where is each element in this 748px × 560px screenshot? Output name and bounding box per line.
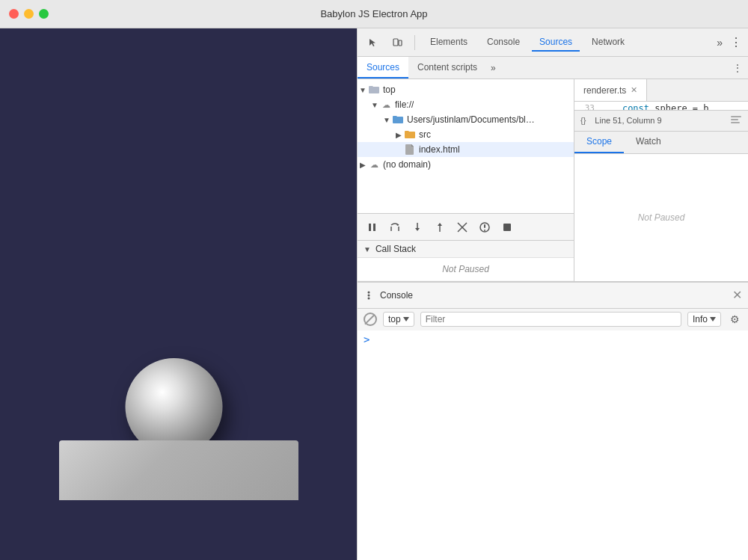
scope-watch-tabs: Scope Watch — [574, 132, 748, 154]
tree-item-nodomain[interactable]: ▶ ☁ (no domain) — [358, 157, 574, 172]
tab-sources-files[interactable]: Sources — [358, 57, 408, 79]
tab-content-scripts[interactable]: Content scripts — [408, 57, 486, 79]
more-tabs-icon[interactable]: » — [717, 37, 723, 49]
format-icon — [730, 114, 742, 126]
deactivate-breakpoints-button[interactable] — [453, 218, 471, 236]
device-icon[interactable] — [387, 33, 407, 52]
minimize-button[interactable] — [24, 9, 34, 19]
tab-network[interactable]: Network — [584, 34, 632, 52]
right-panel: renderer.ts ✕ 33 const sphere = b 34 — [574, 79, 748, 281]
console-clear-icon[interactable] — [364, 313, 377, 326]
tree-arrow-users: ▼ — [381, 114, 392, 125]
close-button[interactable] — [9, 9, 19, 19]
console-settings-icon[interactable]: ⚙ — [727, 312, 742, 327]
svg-rect-1 — [399, 40, 402, 46]
tree-item-file[interactable]: ▼ ☁ file:// — [358, 97, 574, 112]
cursor-icon[interactable] — [364, 33, 383, 52]
console-context-selector[interactable]: top — [383, 312, 414, 327]
svg-marker-23 — [403, 317, 409, 321]
context-dropdown-icon — [403, 317, 409, 321]
console-output: > — [358, 330, 748, 561]
level-dropdown-icon — [710, 317, 716, 321]
titlebar: Babylon JS Electron App — [0, 0, 748, 28]
scope-not-paused: Not Paused — [638, 212, 685, 223]
maximize-button[interactable] — [39, 9, 49, 19]
call-stack-content: Not Paused — [358, 258, 574, 280]
console-input-bar: top Info ⚙ — [358, 308, 748, 330]
tree-label-nodomain: (no domain) — [383, 159, 431, 170]
tree-label-file: file:// — [395, 99, 414, 110]
folder-icon-users — [392, 114, 404, 126]
call-stack-header[interactable]: ▼ Call Stack — [358, 241, 574, 258]
window-title: Babylon JS Electron App — [320, 8, 427, 19]
console-prompt[interactable]: > — [364, 333, 742, 345]
code-tabs: renderer.ts ✕ — [574, 79, 748, 102]
debug-toolbar — [358, 214, 574, 241]
tree-item-users[interactable]: ▼ Users/justinlam/Documents/bl… — [358, 112, 574, 127]
svg-rect-0 — [393, 39, 398, 46]
cloud-icon-file: ☁ — [380, 99, 392, 111]
tab-sources[interactable]: Sources — [532, 34, 580, 52]
folder-icon-src — [404, 129, 416, 141]
window-controls — [9, 9, 49, 19]
tree-item-index[interactable]: ▶ index.html — [358, 142, 574, 157]
call-stack-label: Call Stack — [375, 244, 416, 254]
sources-subtabs: Sources Content scripts » ⋮ — [358, 57, 748, 79]
code-statusbar: {} Line 51, Column 9 — [574, 110, 748, 131]
code-content: 33 const sphere = b 34 35 // Move the sp… — [574, 102, 748, 110]
svg-rect-2 — [369, 224, 371, 231]
toolbar-separator — [414, 35, 415, 50]
pause-button[interactable] — [364, 218, 381, 236]
tab-elements[interactable]: Elements — [423, 34, 475, 52]
step-into-button[interactable] — [408, 218, 426, 236]
step-over-button[interactable] — [386, 218, 404, 236]
bracket-icon: {} — [580, 116, 586, 125]
tree-arrow-top: ▼ — [358, 84, 368, 95]
code-editor: renderer.ts ✕ 33 const sphere = b 34 — [574, 79, 748, 132]
code-line-33: 33 const sphere = b — [574, 102, 748, 110]
sources-content: ▼ top ▼ ☁ file:// — [358, 79, 748, 281]
ground-platform — [59, 440, 298, 500]
svg-point-20 — [368, 291, 370, 293]
tab-console[interactable]: Console — [479, 34, 527, 52]
folder-icon-top — [368, 84, 380, 96]
debug-sections: ▼ Call Stack Not Paused ▼ Breakpoints — [358, 241, 574, 281]
devtools-menu-icon[interactable]: ⋮ — [730, 35, 742, 49]
main-container: Elements Console Sources Network » ⋮ Sou… — [0, 28, 748, 560]
console-filter-input[interactable] — [420, 312, 681, 327]
svg-marker-10 — [438, 223, 442, 226]
tree-label-src: src — [419, 129, 431, 140]
file-icon-index — [404, 144, 416, 156]
svg-rect-3 — [373, 224, 375, 231]
svg-rect-16 — [503, 224, 511, 231]
sources-menu[interactable]: ⋮ — [727, 57, 748, 79]
canvas-area — [0, 28, 357, 560]
stop-button[interactable] — [498, 218, 516, 236]
console-label: Console — [380, 290, 726, 301]
tree-arrow-file: ▼ — [370, 99, 380, 110]
tree-item-top[interactable]: ▼ top — [358, 82, 574, 97]
tab-scope[interactable]: Scope — [574, 132, 624, 153]
tree-label-index: index.html — [419, 144, 460, 155]
code-text: const sphere = b — [601, 102, 709, 110]
console-level-selector[interactable]: Info — [687, 312, 721, 327]
left-panel: ▼ top ▼ ☁ file:// — [358, 79, 574, 281]
pause-on-exception-button[interactable] — [476, 218, 494, 236]
tab-watch[interactable]: Watch — [624, 132, 673, 153]
3d-scene — [37, 306, 321, 500]
tree-item-src[interactable]: ▶ src — [358, 127, 574, 142]
console-dots-menu[interactable] — [364, 290, 374, 301]
svg-rect-18 — [731, 119, 738, 120]
console-context-label: top — [388, 314, 401, 324]
code-tab-renderer[interactable]: renderer.ts ✕ — [574, 79, 647, 101]
prompt-arrow-icon: > — [364, 333, 370, 345]
call-stack-arrow: ▼ — [364, 245, 371, 253]
console-close-button[interactable]: ✕ — [732, 288, 742, 302]
close-tab-icon[interactable]: ✕ — [631, 85, 637, 95]
sources-more-tabs[interactable]: » — [486, 57, 500, 79]
step-out-button[interactable] — [431, 218, 449, 236]
svg-rect-19 — [731, 122, 740, 123]
svg-point-21 — [368, 294, 370, 296]
svg-point-22 — [368, 297, 370, 299]
console-bar: Console ✕ — [358, 281, 748, 308]
